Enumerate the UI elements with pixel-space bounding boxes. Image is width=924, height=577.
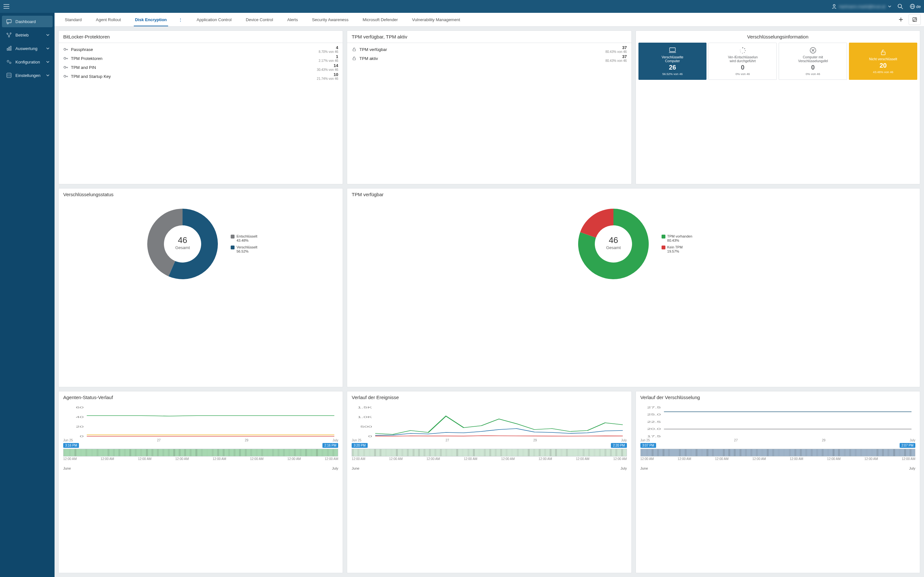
sidebar-item-label: Auswertung xyxy=(15,46,37,51)
tile-label: Nicht verschlüsselt xyxy=(869,57,897,61)
tab-standard[interactable]: Standard xyxy=(58,13,89,26)
svg-text:25.0: 25.0 xyxy=(647,413,661,416)
add-tab-button[interactable] xyxy=(895,15,907,25)
svg-text:0: 0 xyxy=(368,435,372,438)
chevron-down-icon xyxy=(46,74,49,76)
tab-device-control[interactable]: Device Control xyxy=(239,13,280,26)
legend-item: Entschlüsselt43.48% xyxy=(231,234,257,243)
panel-title: Agenten-Status-Verlauf xyxy=(59,392,342,403)
tab-application-control[interactable]: Application Control xyxy=(190,13,239,26)
item-sub: 8.70% von 46 xyxy=(318,50,338,53)
svg-point-18 xyxy=(10,62,11,64)
sidebar-item-betrieb[interactable]: Betrieb xyxy=(2,29,53,41)
item-count: 37 xyxy=(622,45,627,50)
encryption-tile[interactable]: Verschlüsselte Computer2656.52% von 46 xyxy=(638,43,707,80)
list-item[interactable]: TPM Protektoren12.17% von 46 xyxy=(63,54,338,63)
item-label: TPM and Startup Key xyxy=(71,74,314,79)
sliders-icon xyxy=(6,72,12,79)
tile-sub: 0% von 46 xyxy=(735,72,750,76)
svg-point-45 xyxy=(742,53,743,53)
sidebar-item-auswertung[interactable]: Auswertung xyxy=(2,43,53,54)
item-label: TPM verfügbar xyxy=(359,47,603,52)
user-menu[interactable]: hartmann.markt@trust.at xyxy=(829,4,894,9)
tab-disk-encryption-more[interactable]: ⋮ xyxy=(171,13,190,26)
item-sub: 80.43% von 46 xyxy=(606,50,627,53)
tab-vulnerability-management[interactable]: Vulnerability Management xyxy=(405,13,467,26)
tab-security-awareness[interactable]: Security Awareness xyxy=(305,13,355,26)
edit-dashboard-button[interactable] xyxy=(909,14,921,25)
tile-sub: 0% von 46 xyxy=(806,72,820,76)
panel-bitlocker-protectors: BitLocker-Protektoren Passphrase48.70% v… xyxy=(58,31,343,184)
svg-point-17 xyxy=(7,60,9,62)
panel-title: TPM verfügbar, TPM aktiv xyxy=(347,31,631,43)
search-button[interactable] xyxy=(894,0,907,13)
user-name: hartmann.markt@trust.at xyxy=(839,4,885,9)
month-labels: JuneJuly xyxy=(640,466,915,470)
item-count: 14 xyxy=(334,63,338,68)
svg-text:20.0: 20.0 xyxy=(647,427,661,430)
tab-alerts[interactable]: Alerts xyxy=(280,13,305,26)
svg-point-25 xyxy=(64,48,66,50)
time-pill-start: 3:07 PM xyxy=(640,443,656,448)
time-overview-bar[interactable] xyxy=(63,449,338,456)
list-item[interactable]: Passphrase48.70% von 46 xyxy=(63,45,338,54)
panel-title: BitLocker-Protektoren xyxy=(59,31,342,43)
encryption-tile[interactable]: Ver-/Entschlüsselung wird durchgeführt00… xyxy=(708,43,777,80)
x-axis-top: Jun 252729July xyxy=(352,438,627,442)
panel-title: TPM verfügbar xyxy=(347,189,920,200)
svg-rect-51 xyxy=(881,52,885,55)
list-item[interactable]: TPM and PIN1430.43% von 46 xyxy=(63,63,338,72)
tab-agent-rollout[interactable]: Agent Rollout xyxy=(89,13,128,26)
x-axis-top: Jun 252729July xyxy=(63,438,338,442)
list-item[interactable]: TPM verfügbar3780.43% von 46 xyxy=(352,45,627,54)
time-pill-end: 2:16 PM xyxy=(322,443,338,448)
svg-point-10 xyxy=(7,23,8,24)
sidebar-item-label: Konfiguration xyxy=(15,60,40,64)
legend-item: Kein TPM19.57% xyxy=(662,245,692,253)
list-item[interactable]: TPM aktiv3780.43% von 46 xyxy=(352,54,627,63)
svg-text:22.5: 22.5 xyxy=(647,420,661,424)
item-label: Passphrase xyxy=(71,47,316,52)
sidebar-item-dashboard[interactable]: Dashboard xyxy=(2,16,53,27)
donut-chart-encryption: 46Gesamt xyxy=(144,205,221,282)
svg-point-13 xyxy=(8,36,10,37)
svg-text:40: 40 xyxy=(76,416,84,419)
language-selector[interactable]: de xyxy=(907,4,924,9)
tile-sub: 56.52% von 46 xyxy=(662,72,682,76)
encryption-tile[interactable]: Computer mit Verschlüsselungsfehler00% v… xyxy=(779,43,847,80)
hamburger-menu-button[interactable] xyxy=(0,0,13,13)
svg-point-31 xyxy=(64,66,66,68)
time-overview-bar[interactable] xyxy=(352,449,627,456)
svg-point-28 xyxy=(64,57,66,59)
svg-point-12 xyxy=(10,33,11,34)
panel-tpm-available: TPM verfügbar 46Gesamt TPM vorhanden80.4… xyxy=(347,188,920,387)
sidebar: Dashboard Betrieb Auswertung Konfigurati… xyxy=(0,13,55,577)
panel-tpm-status: TPM verfügbar, TPM aktiv TPM verfügbar37… xyxy=(347,31,632,184)
spinner-icon xyxy=(739,47,746,54)
panel-title: Verlauf der Verschlüsselung xyxy=(636,392,920,403)
item-label: TPM Protektoren xyxy=(71,56,316,61)
svg-point-41 xyxy=(742,47,743,48)
svg-point-46 xyxy=(740,52,741,52)
time-overview-bar[interactable] xyxy=(640,449,915,456)
svg-text:1.0K: 1.0K xyxy=(358,416,373,419)
tile-sub: 43.48% von 46 xyxy=(873,70,893,74)
chevron-down-icon xyxy=(46,61,49,63)
svg-rect-37 xyxy=(353,49,355,51)
tab-disk-encryption[interactable]: Disk Encryption xyxy=(128,13,174,26)
svg-text:20: 20 xyxy=(76,425,84,428)
panel-agent-history: Agenten-Status-Verlauf 6040200Jun 252729… xyxy=(58,391,343,573)
encryption-tile[interactable]: Nicht verschlüsselt2043.48% von 46 xyxy=(849,43,917,80)
tile-label: Verschlüsselte Computer xyxy=(658,55,687,63)
sidebar-item-einstellungen[interactable]: Einstellungen xyxy=(2,69,53,81)
svg-text:500: 500 xyxy=(360,425,372,428)
panel-title: Verschlüsselungsinformation xyxy=(636,31,920,43)
sidebar-item-konfiguration[interactable]: Konfiguration xyxy=(2,56,53,68)
x-axis-bottom: 12:00 AM12:00 AM12:00 AM12:00 AM12:00 AM… xyxy=(640,457,915,461)
list-item[interactable]: TPM and Startup Key1021.74% von 46 xyxy=(63,72,338,81)
svg-rect-19 xyxy=(7,73,11,77)
svg-point-44 xyxy=(744,52,745,53)
tab-microsoft-defender[interactable]: Microsoft Defender xyxy=(355,13,405,26)
svg-point-3 xyxy=(833,5,835,6)
tile-label: Computer mit Verschlüsselungsfehler xyxy=(798,55,828,63)
